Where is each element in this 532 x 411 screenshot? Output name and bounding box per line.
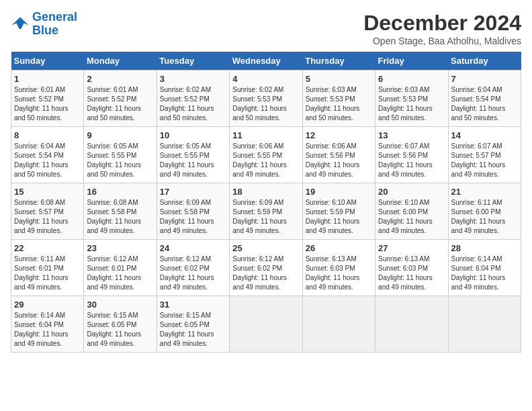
day-info: Sunrise: 6:10 AMSunset: 5:59 PMDaylight:…	[306, 198, 372, 236]
calendar-cell: 2Sunrise: 6:01 AMSunset: 5:52 PMDaylight…	[84, 71, 157, 127]
calendar-cell: 24Sunrise: 6:12 AMSunset: 6:02 PMDayligh…	[157, 240, 229, 296]
logo: General Blue	[11, 11, 77, 38]
calendar-cell: 22Sunrise: 6:11 AMSunset: 6:01 PMDayligh…	[11, 240, 84, 296]
title-block: December 2024 Open Stage, Baa Atholhu, M…	[363, 11, 521, 46]
day-number: 27	[378, 243, 445, 253]
day-number: 24	[160, 243, 226, 253]
calendar-cell: 20Sunrise: 6:10 AMSunset: 6:00 PMDayligh…	[375, 183, 448, 240]
calendar-week-1: 1Sunrise: 6:01 AMSunset: 5:52 PMDaylight…	[11, 71, 521, 127]
calendar-cell	[230, 296, 302, 353]
day-info: Sunrise: 6:08 AMSunset: 5:58 PMDaylight:…	[87, 198, 153, 236]
calendar-week-3: 15Sunrise: 6:08 AMSunset: 5:57 PMDayligh…	[11, 183, 521, 240]
header-tuesday: Tuesday	[157, 52, 229, 71]
day-number: 22	[14, 243, 81, 253]
calendar-cell: 14Sunrise: 6:07 AMSunset: 5:57 PMDayligh…	[448, 127, 521, 183]
calendar-cell: 26Sunrise: 6:13 AMSunset: 6:03 PMDayligh…	[302, 240, 375, 296]
day-info: Sunrise: 6:06 AMSunset: 5:55 PMDaylight:…	[232, 142, 299, 179]
day-info: Sunrise: 6:11 AMSunset: 6:01 PMDaylight:…	[14, 255, 81, 292]
day-info: Sunrise: 6:12 AMSunset: 6:02 PMDaylight:…	[160, 255, 226, 292]
calendar-cell: 23Sunrise: 6:12 AMSunset: 6:01 PMDayligh…	[84, 240, 157, 296]
day-info: Sunrise: 6:15 AMSunset: 6:05 PMDaylight:…	[160, 311, 226, 349]
day-number: 6	[378, 74, 445, 84]
day-number: 29	[14, 300, 81, 310]
day-info: Sunrise: 6:12 AMSunset: 6:02 PMDaylight:…	[232, 255, 299, 292]
logo-icon	[11, 15, 30, 34]
day-info: Sunrise: 6:05 AMSunset: 5:55 PMDaylight:…	[160, 142, 226, 179]
calendar-cell: 8Sunrise: 6:04 AMSunset: 5:54 PMDaylight…	[11, 127, 84, 183]
day-info: Sunrise: 6:02 AMSunset: 5:53 PMDaylight:…	[232, 85, 299, 123]
day-info: Sunrise: 6:09 AMSunset: 5:59 PMDaylight:…	[232, 198, 299, 236]
day-info: Sunrise: 6:05 AMSunset: 5:55 PMDaylight:…	[87, 142, 153, 179]
header-row: SundayMondayTuesdayWednesdayThursdayFrid…	[11, 52, 521, 71]
day-number: 18	[232, 187, 299, 197]
day-number: 16	[87, 187, 153, 197]
calendar-cell	[448, 296, 521, 353]
day-number: 20	[378, 187, 445, 197]
calendar-cell: 9Sunrise: 6:05 AMSunset: 5:55 PMDaylight…	[84, 127, 157, 183]
day-info: Sunrise: 6:10 AMSunset: 6:00 PMDaylight:…	[378, 198, 445, 236]
day-info: Sunrise: 6:03 AMSunset: 5:53 PMDaylight:…	[306, 85, 372, 123]
day-info: Sunrise: 6:14 AMSunset: 6:04 PMDaylight:…	[14, 311, 81, 349]
day-info: Sunrise: 6:07 AMSunset: 5:56 PMDaylight:…	[378, 142, 445, 179]
subtitle: Open Stage, Baa Atholhu, Maldives	[363, 36, 521, 46]
calendar-cell: 10Sunrise: 6:05 AMSunset: 5:55 PMDayligh…	[157, 127, 229, 183]
day-number: 23	[87, 243, 153, 253]
day-number: 31	[160, 300, 226, 310]
day-info: Sunrise: 6:13 AMSunset: 6:03 PMDaylight:…	[306, 255, 372, 292]
day-number: 11	[232, 130, 299, 140]
calendar-cell: 6Sunrise: 6:03 AMSunset: 5:53 PMDaylight…	[375, 71, 448, 127]
day-info: Sunrise: 6:09 AMSunset: 5:58 PMDaylight:…	[160, 198, 226, 236]
calendar-week-5: 29Sunrise: 6:14 AMSunset: 6:04 PMDayligh…	[11, 296, 521, 353]
day-info: Sunrise: 6:07 AMSunset: 5:57 PMDaylight:…	[451, 142, 518, 179]
day-info: Sunrise: 6:01 AMSunset: 5:52 PMDaylight:…	[87, 85, 153, 123]
calendar-cell: 18Sunrise: 6:09 AMSunset: 5:59 PMDayligh…	[230, 183, 302, 240]
calendar-cell: 13Sunrise: 6:07 AMSunset: 5:56 PMDayligh…	[375, 127, 448, 183]
header-monday: Monday	[84, 52, 157, 71]
calendar-cell: 30Sunrise: 6:15 AMSunset: 6:05 PMDayligh…	[84, 296, 157, 353]
calendar-cell	[375, 296, 448, 353]
day-info: Sunrise: 6:03 AMSunset: 5:53 PMDaylight:…	[378, 85, 445, 123]
main-title: December 2024	[363, 11, 521, 36]
day-number: 1	[14, 74, 81, 84]
calendar-cell: 3Sunrise: 6:02 AMSunset: 5:52 PMDaylight…	[157, 71, 229, 127]
day-info: Sunrise: 6:15 AMSunset: 6:05 PMDaylight:…	[87, 311, 153, 349]
calendar-cell: 4Sunrise: 6:02 AMSunset: 5:53 PMDaylight…	[230, 71, 302, 127]
header-thursday: Thursday	[302, 52, 375, 71]
day-number: 17	[160, 187, 226, 197]
calendar-cell: 17Sunrise: 6:09 AMSunset: 5:58 PMDayligh…	[157, 183, 229, 240]
day-number: 21	[451, 187, 518, 197]
day-number: 8	[14, 130, 81, 140]
day-number: 25	[232, 243, 299, 253]
calendar-cell: 19Sunrise: 6:10 AMSunset: 5:59 PMDayligh…	[302, 183, 375, 240]
day-number: 4	[232, 74, 299, 84]
logo-text: General Blue	[32, 11, 77, 38]
page-header: General Blue December 2024 Open Stage, B…	[11, 11, 521, 46]
day-info: Sunrise: 6:04 AMSunset: 5:54 PMDaylight:…	[451, 85, 518, 123]
day-info: Sunrise: 6:11 AMSunset: 6:00 PMDaylight:…	[451, 198, 518, 236]
day-number: 2	[87, 74, 153, 84]
day-info: Sunrise: 6:14 AMSunset: 6:04 PMDaylight:…	[451, 255, 518, 292]
day-info: Sunrise: 6:08 AMSunset: 5:57 PMDaylight:…	[14, 198, 81, 236]
calendar-cell: 12Sunrise: 6:06 AMSunset: 5:56 PMDayligh…	[302, 127, 375, 183]
calendar-week-4: 22Sunrise: 6:11 AMSunset: 6:01 PMDayligh…	[11, 240, 521, 296]
day-number: 19	[306, 187, 372, 197]
svg-marker-0	[11, 17, 28, 29]
calendar-week-2: 8Sunrise: 6:04 AMSunset: 5:54 PMDaylight…	[11, 127, 521, 183]
day-number: 14	[451, 130, 518, 140]
day-info: Sunrise: 6:01 AMSunset: 5:52 PMDaylight:…	[14, 85, 81, 123]
calendar-cell: 16Sunrise: 6:08 AMSunset: 5:58 PMDayligh…	[84, 183, 157, 240]
calendar-cell: 15Sunrise: 6:08 AMSunset: 5:57 PMDayligh…	[11, 183, 84, 240]
calendar-cell: 5Sunrise: 6:03 AMSunset: 5:53 PMDaylight…	[302, 71, 375, 127]
day-info: Sunrise: 6:06 AMSunset: 5:56 PMDaylight:…	[306, 142, 372, 179]
calendar-cell: 29Sunrise: 6:14 AMSunset: 6:04 PMDayligh…	[11, 296, 84, 353]
calendar-table: SundayMondayTuesdayWednesdayThursdayFrid…	[11, 52, 521, 353]
header-saturday: Saturday	[448, 52, 521, 71]
day-info: Sunrise: 6:02 AMSunset: 5:52 PMDaylight:…	[160, 85, 226, 123]
day-number: 15	[14, 187, 81, 197]
calendar-cell: 28Sunrise: 6:14 AMSunset: 6:04 PMDayligh…	[448, 240, 521, 296]
header-friday: Friday	[375, 52, 448, 71]
day-number: 30	[87, 300, 153, 310]
calendar-cell: 21Sunrise: 6:11 AMSunset: 6:00 PMDayligh…	[448, 183, 521, 240]
day-number: 3	[160, 74, 226, 84]
header-sunday: Sunday	[11, 52, 84, 71]
